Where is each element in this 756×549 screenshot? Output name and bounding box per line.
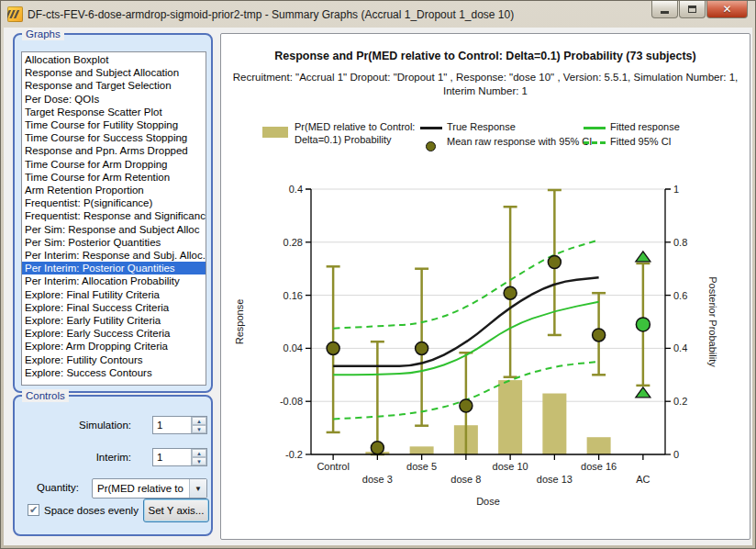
client-area: Graphs Allocation BoxplotResponse and Su… [4, 28, 752, 545]
simulation-label: Simulation: [15, 420, 131, 431]
interim-up-icon[interactable]: ▲ [192, 449, 206, 457]
x-tick-label: dose 10 [493, 461, 528, 472]
graph-list-item[interactable]: Explore: Success Contours [22, 366, 206, 379]
graph-list-item[interactable]: Per Sim: Posterior Quantities [22, 236, 206, 249]
dose-response-plot: 0.40.280.160.04-0.08-0.210.80.60.40.20Co… [221, 166, 750, 537]
close-icon: ✕ [722, 4, 731, 15]
graphs-group-label: Graphs [22, 28, 64, 40]
x-tick-label: dose 8 [450, 474, 481, 485]
chart-panel: Response and Pr(MED relative to Control:… [220, 33, 750, 540]
graph-list-item[interactable]: Target Response Scatter Plot [22, 106, 206, 118]
facts-logo-icon [7, 6, 23, 22]
graph-list-item[interactable]: Per Sim: Response and Subject Alloc [22, 223, 206, 236]
quantity-value: Pr(MED relative to [93, 479, 189, 498]
graph-list-item[interactable]: Frequentist: Response and Significance [22, 209, 206, 222]
interim-value[interactable]: 1 [153, 449, 191, 465]
graph-list-item[interactable]: Explore: Early Futility Criteria [22, 314, 206, 327]
maximize-icon [688, 6, 696, 13]
controls-groupbox: Controls Simulation: 1 ▲ ▼ Interim: 1 ▲ … [13, 395, 213, 536]
graph-list-item[interactable]: Time Course for Success Stopping [22, 131, 206, 144]
mean-point-dose-5 [416, 342, 428, 354]
maximize-button[interactable] [679, 1, 706, 18]
graph-list-item[interactable]: Explore: Final Futility Criteria [22, 288, 206, 301]
x-tick-label: AC [636, 474, 650, 485]
graph-list-item[interactable]: Explore: Final Success Criteria [22, 301, 206, 314]
controls-group-label: Controls [22, 389, 69, 402]
right-axis-title: Posterior Probability [707, 276, 718, 367]
graph-list-item[interactable]: Response and Target Selection [22, 79, 206, 92]
left-tick-label: 0.4 [289, 184, 303, 195]
app-icon [7, 6, 23, 22]
graph-list-item[interactable]: Explore: Futility Contours [22, 353, 206, 366]
quantity-dropdown[interactable]: Pr(MED relative to ▼ [92, 478, 207, 499]
simulation-stepper[interactable]: 1 ▲ ▼ [152, 416, 207, 434]
mean-point-dose-3 [371, 442, 384, 454]
graph-list-item[interactable]: Per Interim: Response and Subj. Alloc. [22, 249, 206, 262]
graphs-listbox[interactable]: Allocation BoxplotResponse and Subject A… [21, 51, 206, 386]
graph-list-item[interactable]: Time Course for Futility Stopping [22, 118, 206, 131]
simulation-down-icon[interactable]: ▼ [192, 425, 206, 433]
legend-label-ci: Fitted 95% CI [610, 136, 672, 149]
legend-dashed-line-icon [584, 141, 606, 144]
graph-list-item[interactable]: Explore: Early Success Criteria [22, 327, 206, 340]
left-tick-label: 0.16 [284, 290, 303, 301]
graph-list-item[interactable]: Time Course for Arm Dropping [22, 158, 206, 171]
left-tick-label: -0.08 [280, 396, 303, 407]
chart-subtitle: Recruitment: "Accrual 1" Dropout: "Dropo… [231, 71, 740, 98]
app-window: DF-cts-FEV-6-dose-armdrop-sigmoid-prior2… [0, 0, 756, 549]
graph-list-item[interactable]: Allocation Boxplot [22, 53, 206, 66]
title-bar[interactable]: DF-cts-FEV-6-dose-armdrop-sigmoid-prior2… [1, 1, 755, 28]
ac-mean-point [636, 318, 650, 331]
ac-upper-triangle-icon [636, 252, 650, 262]
bar-dose-10 [498, 380, 522, 454]
bar-dose-13 [542, 394, 566, 454]
x-axis-title: Dose [476, 496, 500, 507]
bar-dose-5 [410, 446, 434, 454]
right-tick-label: 0.2 [673, 396, 687, 407]
interim-down-icon[interactable]: ▼ [192, 457, 206, 465]
bar-dose-16 [587, 437, 611, 454]
graph-list-item[interactable]: Frequentist: P(significance) [22, 196, 206, 209]
legend-fitted-line-icon [584, 127, 606, 129]
close-button[interactable]: ✕ [706, 1, 748, 18]
graph-list-item[interactable]: Per Dose: QOIs [22, 93, 206, 106]
simulation-value[interactable]: 1 [153, 417, 191, 433]
graph-list-item[interactable]: Per Interim: Posterior Quantities [22, 262, 206, 274]
chart-legend: Pr(MED relative to Control: Delta=0.1) P… [221, 118, 750, 170]
x-tick-label: dose 16 [581, 461, 617, 472]
graph-list-item[interactable]: Response and Subject Allocation [22, 66, 206, 79]
mean-point-dose-8 [460, 399, 472, 412]
mean-point-Control [327, 342, 339, 354]
left-tick-label: 0.04 [284, 342, 303, 353]
simulation-up-icon[interactable]: ▲ [192, 417, 206, 425]
set-y-axis-button[interactable]: Set Y axis... [143, 499, 209, 522]
graph-list-item[interactable]: Time Course for Arm Retention [22, 171, 206, 184]
graphs-groupbox: Graphs Allocation BoxplotResponse and Su… [13, 33, 213, 393]
legend-bar-swatch [262, 127, 288, 138]
graph-list-item[interactable]: Arm Retention Proportion [22, 184, 206, 196]
ac-lower-triangle-icon [636, 387, 650, 398]
right-tick-label: 0.6 [673, 290, 687, 301]
left-tick-label: -0.2 [285, 449, 303, 460]
graph-list-item[interactable]: Per Interim: Allocation Probability [22, 274, 206, 287]
minimize-button[interactable] [651, 1, 678, 18]
left-tick-label: 0.28 [284, 237, 303, 248]
mean-point-dose-16 [593, 329, 606, 342]
interim-stepper[interactable]: 1 ▲ ▼ [152, 448, 207, 466]
space-doses-checkbox[interactable]: ✔ [28, 504, 39, 516]
space-doses-label: Space doses evenly [44, 505, 139, 516]
legend-label-prmed: Pr(MED relative to Control: Delta=0.1) P… [295, 121, 441, 146]
right-tick-label: 0.8 [673, 237, 687, 248]
left-axis-title: Response [234, 299, 245, 345]
dropdown-arrow-icon[interactable]: ▼ [189, 479, 206, 498]
interim-label: Interim: [15, 452, 131, 463]
mean-point-dose-13 [548, 255, 561, 268]
legend-label-fitted: Fitted response [610, 121, 680, 134]
x-tick-label: Control [317, 461, 349, 472]
graph-list-item[interactable]: Explore: Arm Dropping Criteria [22, 340, 206, 353]
window-title: DF-cts-FEV-6-dose-armdrop-sigmoid-prior2… [28, 8, 514, 21]
right-tick-label: 0.4 [673, 342, 687, 353]
graph-list-item[interactable]: Response and Ppn. Arms Dropped [22, 144, 206, 157]
legend-true-line-icon [420, 127, 442, 129]
chart-title: Response and Pr(MED relative to Control:… [221, 50, 750, 62]
